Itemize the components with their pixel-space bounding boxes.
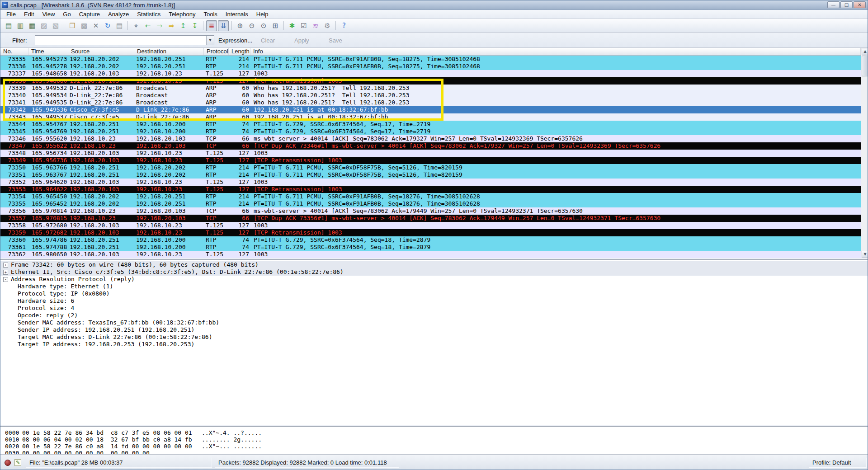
- hex-line[interactable]: 001008 00 06 04 00 02 00 18 32 67 bf bb …: [0, 436, 868, 443]
- packet-row[interactable]: 73362165.980650192.168.20.103192.168.10.…: [0, 251, 861, 258]
- packet-row[interactable]: 73355165.965452192.168.20.202192.168.20.…: [0, 200, 861, 207]
- detail-line[interactable]: Opcode: reply (2): [0, 312, 868, 319]
- detail-line[interactable]: Target IP address: 192.168.20.253 (192.1…: [0, 341, 868, 348]
- packet-row[interactable]: 73352165.964620192.168.20.103192.168.10.…: [0, 179, 861, 186]
- detail-line[interactable]: Protocol type: IP (0x0800): [0, 290, 868, 297]
- display-filters-icon[interactable]: ☑: [298, 20, 309, 31]
- menu-view[interactable]: View: [38, 10, 59, 19]
- column-header-destination[interactable]: Destination: [134, 48, 204, 55]
- packet-row[interactable]: 73342165.949536Cisco_c7:3f:e5D-Link_22:7…: [0, 106, 861, 113]
- packet-row[interactable]: 73350165.963766192.168.20.251192.168.20.…: [0, 164, 861, 171]
- packet-row[interactable]: 73343165.949537Cisco_c7:3f:e5D-Link_22:7…: [0, 113, 861, 121]
- close-capture-icon[interactable]: ✕: [90, 20, 101, 31]
- scroll-down-icon[interactable]: ▼: [862, 251, 868, 258]
- capture-start-icon[interactable]: ▦: [27, 20, 38, 31]
- go-forward-icon[interactable]: →: [154, 20, 165, 31]
- packet-row[interactable]: 73361165.974788192.168.20.251192.168.10.…: [0, 244, 861, 251]
- detail-line[interactable]: -Address Resolution Protocol (reply): [0, 276, 868, 283]
- packet-row[interactable]: 73359165.972682192.168.20.103192.168.10.…: [0, 229, 861, 236]
- detail-line[interactable]: Hardware type: Ethernet (1): [0, 283, 868, 290]
- resize-columns-icon[interactable]: ⊞: [270, 20, 281, 31]
- menu-telephony[interactable]: Telephony: [165, 10, 199, 19]
- title-bar[interactable]: ~ calls.pcap [Wireshark 1.8.6 (SVN Rev 4…: [0, 0, 868, 10]
- maximize-button[interactable]: □: [840, 1, 853, 8]
- packet-row[interactable]: 73335165.945273192.168.20.202192.168.20.…: [0, 56, 861, 63]
- close-button[interactable]: ✕: [854, 1, 866, 8]
- capture-restart-icon[interactable]: ▧: [50, 20, 61, 31]
- menu-capture[interactable]: Capture: [75, 10, 104, 19]
- apply-button[interactable]: Apply: [294, 37, 309, 44]
- zoom-out-icon[interactable]: ⊖: [246, 20, 257, 31]
- column-header-no[interactable]: No.: [0, 48, 28, 55]
- hex-line[interactable]: 000000 1e 58 22 7e 86 34 bd c8 c7 3f e5 …: [0, 429, 868, 436]
- collapse-icon[interactable]: -: [3, 277, 8, 282]
- packet-row[interactable]: 73340165.949534D-Link_22:7e:86BroadcastA…: [0, 92, 861, 99]
- capture-options-icon[interactable]: ▥: [15, 20, 26, 31]
- packet-row[interactable]: 73354165.965450192.168.20.202192.168.20.…: [0, 193, 861, 200]
- column-header-protocol[interactable]: Protocol: [204, 48, 229, 55]
- save-button[interactable]: Save: [329, 37, 342, 44]
- column-header-info[interactable]: Info: [250, 48, 861, 55]
- detail-line[interactable]: +Frame 73342: 60 bytes on wire (480 bits…: [0, 261, 868, 268]
- packet-row[interactable]: 73344165.954767192.168.20.251192.168.10.…: [0, 121, 861, 128]
- column-header-time[interactable]: Time: [28, 48, 68, 55]
- packet-row[interactable]: 73346165.955620192.168.10.23192.168.20.1…: [0, 135, 861, 142]
- print-icon[interactable]: ▤: [114, 20, 125, 31]
- zoom-100-icon[interactable]: ⊙: [258, 20, 269, 31]
- help-icon[interactable]: ?: [339, 20, 349, 31]
- capture-stop-icon[interactable]: ▨: [38, 20, 49, 31]
- menu-internals[interactable]: Internals: [222, 10, 252, 19]
- packet-row[interactable]: 73338165.948660192.168.20.103192.168.10.…: [0, 77, 861, 85]
- packet-row[interactable]: 73337165.948658192.168.20.103192.168.10.…: [0, 70, 861, 77]
- capture-comment-icon[interactable]: ✎: [14, 459, 21, 466]
- status-profile[interactable]: Profile: Default: [809, 458, 867, 468]
- packet-row[interactable]: 73339165.949532D-Link_22:7e:86BroadcastA…: [0, 85, 861, 92]
- autoscroll-toggle-icon[interactable]: ⇊: [218, 20, 229, 31]
- find-packet-icon[interactable]: ⌖: [131, 20, 142, 31]
- detail-line[interactable]: Protocol size: 4: [0, 305, 868, 312]
- packet-row[interactable]: 73351165.963767192.168.20.251192.168.20.…: [0, 171, 861, 179]
- menu-go[interactable]: Go: [59, 10, 75, 19]
- expand-icon[interactable]: +: [3, 270, 8, 275]
- scrollbar-thumb[interactable]: [862, 56, 868, 76]
- capture-filters-icon[interactable]: ✱: [287, 20, 297, 31]
- list-interfaces-icon[interactable]: ▤: [3, 20, 14, 31]
- column-header-length[interactable]: Length: [229, 48, 250, 55]
- detail-line[interactable]: +Ethernet II, Src: Cisco_c7:3f:e5 (34:bd…: [0, 268, 868, 276]
- hex-line[interactable]: 002000 1e 58 22 7e 86 c0 a8 14 fd 00 00 …: [0, 443, 868, 450]
- detail-line[interactable]: Target MAC address: D-Link_22:7e:86 (00:…: [0, 334, 868, 341]
- packet-row[interactable]: 73348165.956734192.168.20.103192.168.10.…: [0, 150, 861, 157]
- reload-capture-icon[interactable]: ↻: [102, 20, 113, 31]
- minimize-button[interactable]: —: [827, 1, 840, 8]
- packet-row[interactable]: 73356165.970814192.168.10.23192.168.20.1…: [0, 207, 861, 215]
- detail-line[interactable]: Sender MAC address: TexasIns_67:bf:bb (0…: [0, 319, 868, 326]
- packet-row[interactable]: 73345165.954769192.168.20.251192.168.10.…: [0, 128, 861, 135]
- go-to-packet-icon[interactable]: ⇒: [166, 20, 177, 31]
- clear-button[interactable]: Clear: [261, 37, 275, 44]
- save-capture-icon[interactable]: ▩: [79, 20, 90, 31]
- menu-statistics[interactable]: Statistics: [133, 10, 165, 19]
- open-capture-icon[interactable]: ❒: [67, 20, 78, 31]
- detail-line[interactable]: Sender IP address: 192.168.20.251 (192.1…: [0, 326, 868, 334]
- filter-dropdown-icon[interactable]: ▼: [206, 36, 214, 45]
- filter-input[interactable]: [35, 36, 206, 45]
- hex-line[interactable]: 003000 00 00 00 00 00 00 00 00 00 00 00.…: [0, 450, 868, 454]
- packet-row[interactable]: 73360165.974786192.168.20.251192.168.10.…: [0, 236, 861, 244]
- expand-icon[interactable]: +: [3, 263, 8, 268]
- coloring-rules-icon[interactable]: ≋: [310, 20, 321, 31]
- packet-row[interactable]: 73357165.970815192.168.10.23192.168.20.1…: [0, 215, 861, 222]
- preferences-icon[interactable]: ⚙: [322, 20, 333, 31]
- column-header-source[interactable]: Source: [68, 48, 134, 55]
- detail-line[interactable]: Hardware size: 6: [0, 297, 868, 305]
- packet-row[interactable]: 73341165.949535D-Link_22:7e:86BroadcastA…: [0, 99, 861, 106]
- go-back-icon[interactable]: ←: [142, 20, 153, 31]
- expression-button[interactable]: Expression...: [218, 37, 252, 44]
- menu-help[interactable]: Help: [252, 10, 273, 19]
- scroll-up-icon[interactable]: ▲: [862, 48, 868, 55]
- packet-row[interactable]: 73349165.956736192.168.20.103192.168.10.…: [0, 157, 861, 164]
- colorize-toggle-icon[interactable]: ≣: [206, 20, 217, 31]
- menu-file[interactable]: File: [2, 10, 20, 19]
- menu-analyze[interactable]: Analyze: [104, 10, 133, 19]
- packet-row[interactable]: 73353165.964622192.168.20.103192.168.10.…: [0, 186, 861, 193]
- go-last-packet-icon[interactable]: ↧: [189, 20, 200, 31]
